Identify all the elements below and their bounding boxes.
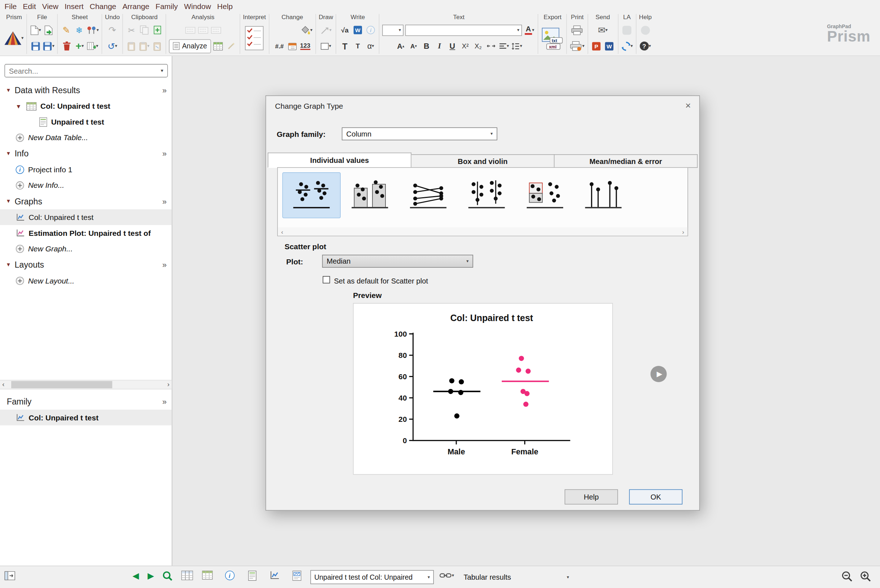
expand-icon[interactable]: » <box>162 149 167 158</box>
date-format-button[interactable] <box>287 39 298 53</box>
help-button-toolbar[interactable]: ? ▾ <box>640 39 651 53</box>
subscript-button[interactable]: X₂ <box>473 39 484 53</box>
graph-type-scatter-on-bar[interactable] <box>341 172 399 218</box>
scrollbar-thumb[interactable] <box>11 381 113 388</box>
zoom-in-button[interactable] <box>860 571 872 583</box>
paste-button[interactable] <box>126 39 137 53</box>
expand-icon[interactable]: » <box>162 197 167 206</box>
underline-button[interactable]: U <box>447 39 458 53</box>
help-button[interactable]: Help <box>565 489 618 505</box>
menu-view[interactable]: View <box>42 1 63 12</box>
graph-type-spike-plot[interactable] <box>574 172 632 218</box>
expand-icon[interactable]: » <box>162 86 167 94</box>
sidebar-item-new-layout[interactable]: New Layout... <box>0 273 171 289</box>
export-button[interactable]: txtxml <box>541 24 563 52</box>
family-item-graph[interactable]: Col: Unpaired t test <box>0 410 171 426</box>
analysis-results-button[interactable] <box>213 39 224 53</box>
pin-sheet-button[interactable]: ▾ <box>86 23 99 37</box>
duplicate-family-button[interactable] <box>152 23 163 37</box>
expand-icon[interactable]: » <box>162 397 167 406</box>
tab-box-and-violin[interactable]: Box and violin <box>411 154 554 168</box>
menu-window[interactable]: Window <box>184 1 216 12</box>
graph-family-select[interactable]: Column ▾ <box>342 128 497 141</box>
write-info-button[interactable]: i <box>365 23 377 37</box>
expand-icon[interactable]: » <box>162 260 167 269</box>
scroll-right-icon[interactable]: › <box>167 380 170 388</box>
plot-select[interactable]: Median ▾ <box>322 255 473 268</box>
set-default-checkbox[interactable] <box>323 276 330 283</box>
data-tables-button[interactable] <box>198 571 217 580</box>
link-button[interactable]: ▾ <box>439 572 454 579</box>
info-sheets-button[interactable]: i <box>220 571 239 580</box>
new-project-button[interactable]: ▾ <box>30 23 41 37</box>
send-powerpoint-button[interactable]: P <box>591 39 602 53</box>
sidebar-item-data-table[interactable]: ▾ Col: Unpaired t test <box>0 98 171 114</box>
graphs-button[interactable] <box>265 571 284 580</box>
sidebar-item-results-sheet[interactable]: Unpaired t test <box>0 114 171 130</box>
kerning-button[interactable] <box>485 39 497 53</box>
superscript-button[interactable]: X² <box>460 39 471 53</box>
delete-sheet-button[interactable] <box>61 39 72 53</box>
lookup-button[interactable]: W <box>352 23 363 37</box>
align-button[interactable]: ▾ <box>499 39 510 53</box>
grow-font-button[interactable]: A▴ <box>395 39 406 53</box>
save-as-button[interactable]: ▾ <box>43 39 54 53</box>
section-graphs[interactable]: ▾ Graphs » <box>0 193 171 209</box>
forward-button[interactable]: ▶ <box>148 571 154 581</box>
tab-mean-median-error[interactable]: Mean/median & error <box>554 154 698 168</box>
menu-insert[interactable]: Insert <box>65 1 89 12</box>
graph-type-scatter-with-boxes[interactable] <box>516 172 574 218</box>
sidebar-item-new-graph[interactable]: New Graph... <box>0 240 171 256</box>
results-sheets-button[interactable] <box>242 571 261 581</box>
cut-button[interactable]: ✂ <box>126 23 137 37</box>
search-box[interactable]: ▾ <box>5 64 168 77</box>
wizard-button[interactable] <box>225 39 237 53</box>
greek-button[interactable]: α ▾ <box>365 39 377 53</box>
navigator-toggle-button[interactable] <box>5 572 15 580</box>
analysis-step1-icon[interactable] <box>184 23 195 37</box>
analyze-button[interactable]: Analyze <box>169 39 211 53</box>
italic-button[interactable]: I <box>434 39 445 53</box>
sidebar-item-graph[interactable]: Col: Unpaired t test <box>0 209 171 225</box>
sidebar-item-estimation-plot[interactable]: Estimation Plot: Unpaired t test of <box>0 225 171 241</box>
dialog-titlebar[interactable]: Change Graph Type × <box>266 96 699 117</box>
collapse-icon[interactable]: ▾ <box>5 261 12 268</box>
analysis-step3-icon[interactable] <box>210 23 221 37</box>
graph-type-scatter-with-median[interactable] <box>282 172 341 218</box>
line-spacing-button[interactable]: ▾ <box>511 39 523 53</box>
font-name-select[interactable]: ▾ <box>405 24 522 36</box>
number-format-button[interactable]: #.# <box>274 39 285 53</box>
results-view-selector[interactable]: Tabular results ▾ <box>461 570 572 585</box>
print-button[interactable] <box>571 23 583 37</box>
collapse-icon[interactable]: ▾ <box>5 86 12 93</box>
menu-family[interactable]: Family <box>156 1 183 12</box>
rename-sheet-button[interactable]: ✎ <box>61 23 72 37</box>
draw-shape-button[interactable]: ▾ <box>320 39 332 53</box>
send-word-button[interactable]: W <box>604 39 615 53</box>
insert-sheet-button[interactable]: ▾ <box>87 39 98 53</box>
print-options-button[interactable]: ▾ <box>570 39 584 53</box>
font-size-select[interactable]: ▾ <box>383 24 404 36</box>
scroll-left-icon[interactable]: ‹ <box>2 380 5 388</box>
sidebar-hscrollbar[interactable]: ‹ › <box>0 380 171 389</box>
paste-link-button[interactable] <box>152 39 163 53</box>
undo-button[interactable]: ↺ ▾ <box>107 39 118 53</box>
sidebar-item-new-info[interactable]: New Info... <box>0 177 171 193</box>
layouts-button[interactable] <box>287 571 306 581</box>
family-sheets-button[interactable] <box>177 571 197 580</box>
menu-help[interactable]: Help <box>217 1 238 12</box>
email-button[interactable]: ✉ ▾ <box>597 23 608 37</box>
paste-special-button[interactable]: ▾ <box>139 39 150 53</box>
shrink-font-button[interactable]: A▾ <box>408 39 419 53</box>
close-icon[interactable]: × <box>685 100 691 112</box>
ok-button[interactable]: OK <box>629 489 683 505</box>
sheet-selector[interactable]: Unpaired t test of Col: Unpaired ▾ <box>310 570 434 584</box>
section-data-with-results[interactable]: ▾ Data with Results » <box>0 82 171 98</box>
text-tool-button[interactable]: T <box>339 39 350 53</box>
zoom-out-button[interactable] <box>841 571 853 583</box>
collapse-icon[interactable]: ▾ <box>5 198 12 205</box>
analysis-step2-icon[interactable] <box>197 23 209 37</box>
labarchives-button[interactable]: ▾ <box>621 39 633 53</box>
equation-button[interactable]: √a <box>339 23 350 37</box>
sidebar-item-project-info[interactable]: i Project info 1 <box>0 162 171 177</box>
